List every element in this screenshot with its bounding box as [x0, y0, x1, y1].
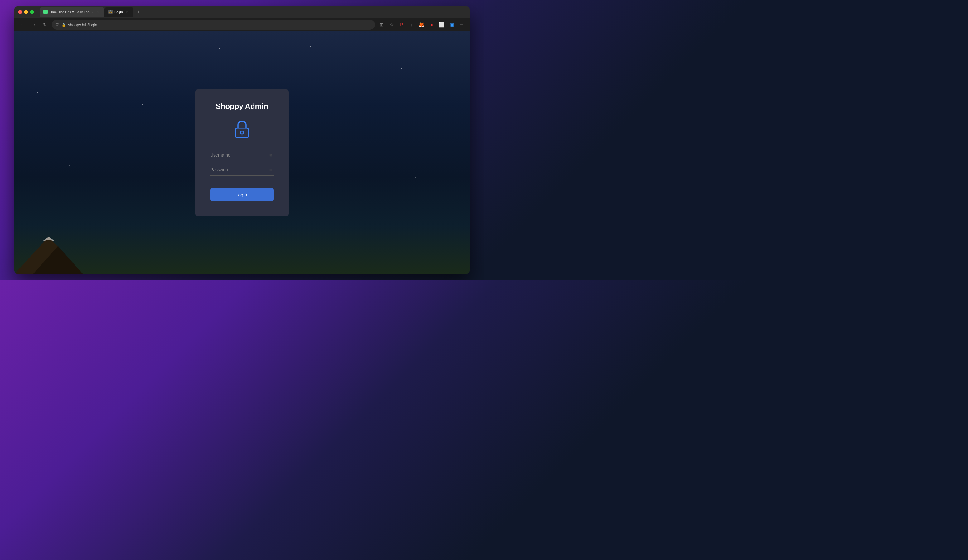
translate-button[interactable]: ⊞ [377, 20, 386, 29]
page-background: Shoppy Admin [14, 31, 470, 274]
shield-icon: 🛡 [56, 22, 59, 27]
tab-htb[interactable]: H Hack The Box :: Hack The Box × [40, 7, 104, 17]
login-title: Shoppy Admin [216, 102, 268, 111]
new-tab-button[interactable]: + [134, 8, 143, 17]
tabs-bar: H Hack The Box :: Hack The Box × 🔒 Login… [40, 7, 466, 17]
login-card: Shoppy Admin [195, 89, 289, 216]
forward-button[interactable]: → [29, 20, 38, 29]
lock-icon [231, 118, 253, 140]
refresh-button[interactable]: ↻ [41, 20, 49, 29]
extension-square[interactable]: ⬜ [437, 20, 446, 29]
browser-titlebar: H Hack The Box :: Hack The Box × 🔒 Login… [14, 6, 470, 18]
browser-content: Shoppy Admin [14, 31, 470, 274]
tab-title-login: Login [114, 10, 123, 14]
username-group: ⊞ [210, 151, 274, 161]
address-bar[interactable]: 🛡 🔒 shoppy.htb/login [52, 20, 375, 30]
login-button[interactable]: Log In [210, 188, 274, 201]
tab-login[interactable]: 🔒 Login × [104, 7, 133, 17]
svg-rect-3 [236, 128, 248, 138]
bookmark-button[interactable]: ☆ [387, 20, 396, 29]
close-button[interactable] [18, 10, 22, 14]
username-input-row: ⊞ [210, 151, 274, 161]
tab-title-htb: Hack The Box :: Hack The Box [50, 10, 93, 14]
browser-window: H Hack The Box :: Hack The Box × 🔒 Login… [14, 6, 470, 274]
password-input-row: ⊞ [210, 166, 274, 176]
menu-button[interactable]: ☰ [457, 20, 466, 29]
extension-red[interactable]: ● [427, 20, 436, 29]
download-button[interactable]: ↓ [407, 20, 416, 29]
password-group: ⊞ [210, 166, 274, 176]
tab-favicon-htb: H [43, 10, 48, 14]
username-input[interactable] [210, 151, 268, 159]
mountain-decoration [14, 234, 83, 274]
traffic-lights [18, 10, 34, 14]
maximize-button[interactable] [30, 10, 34, 14]
url-display: shoppy.htb/login [68, 22, 97, 27]
extension-blue[interactable]: ▣ [447, 20, 456, 29]
password-input[interactable] [210, 166, 268, 173]
extension-fox[interactable]: 🦊 [417, 20, 426, 29]
browser-toolbar: ← → ↻ 🛡 🔒 shoppy.htb/login ⊞ ☆ P ↓ 🦊 ● ⬜… [14, 18, 470, 31]
lock-icon: 🔒 [62, 23, 65, 27]
svg-point-4 [240, 131, 244, 134]
lock-icon-wrapper [231, 118, 253, 141]
password-icon: ⊞ [268, 168, 274, 171]
username-icon: ⊞ [268, 153, 274, 157]
tab-close-login[interactable]: × [125, 9, 130, 14]
tab-favicon-login: 🔒 [108, 10, 113, 14]
minimize-button[interactable] [24, 10, 28, 14]
pocket-button[interactable]: P [397, 20, 406, 29]
back-button[interactable]: ← [18, 20, 27, 29]
toolbar-actions: ⊞ ☆ P ↓ 🦊 ● ⬜ ▣ ☰ [377, 20, 466, 29]
tab-close-htb[interactable]: × [95, 9, 100, 14]
